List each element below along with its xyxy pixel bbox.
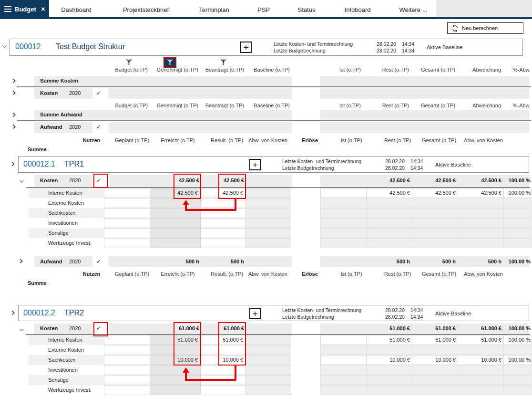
pabw-cell (503, 208, 532, 218)
tab-budget-label: Budget (15, 6, 36, 13)
annotation-box-beantragt (218, 322, 246, 366)
col-header-baseline[interactable]: Baseline (o.TP) (242, 103, 290, 108)
col-header-pabw[interactable]: %-Abw. (483, 67, 531, 73)
col-header-beantragt[interactable]: Beantragt (o.TP) (196, 67, 244, 73)
plus-icon: + (252, 160, 257, 169)
beantragt-cell[interactable] (200, 218, 246, 228)
beantragt-column-filter-icon[interactable] (220, 59, 226, 67)
tpr1-add-budget-row-button[interactable]: + (249, 159, 261, 170)
last-budget-calc-time: 14:34 (402, 48, 414, 53)
col-header-ist[interactable]: Ist (o.TP) (313, 103, 361, 108)
active-baseline-label: Aktive Baseline (427, 44, 462, 50)
beantragt-cell[interactable] (200, 198, 246, 208)
aufwand-row-label: Aufwand (40, 124, 62, 130)
project-collapse-chevron[interactable] (2, 44, 7, 50)
ist-cell (320, 365, 367, 375)
col-header-budget[interactable]: Budget (o.TP) (100, 67, 148, 73)
abweichung-cell (458, 208, 504, 218)
col-header-genehmigt[interactable]: Genehmigt (o.TP) (151, 67, 198, 73)
pabw-cell (503, 198, 532, 208)
abweichung-cell (458, 218, 504, 228)
tpr1-expand-chevron[interactable] (11, 161, 15, 167)
tpr1-aufwand-label: Aufwand (40, 259, 62, 264)
last-budget-calc-label: Letzte Budgetrechnung (282, 314, 334, 320)
tpr1-aufwand-checkbox[interactable]: ✓ (96, 258, 101, 265)
budget-cell[interactable] (104, 345, 150, 355)
kosten-2020-expand-chevron[interactable] (12, 90, 16, 96)
row-band (320, 110, 529, 120)
baseline-cell (246, 198, 291, 208)
budget-cell[interactable] (104, 365, 150, 375)
erloese-header: Erlöse (302, 137, 318, 143)
tab-bar-right-filler (436, 0, 532, 17)
pabw-cell (503, 365, 532, 375)
col-header-ist[interactable]: Ist (o.TP) (313, 67, 361, 73)
erreicht-header: Erreicht (o.TP) (161, 271, 195, 277)
tab-close-icon[interactable]: × (41, 5, 45, 13)
budget-cell[interactable] (104, 188, 150, 198)
tpr1-kosten-collapse-chevron[interactable] (19, 179, 24, 185)
last-cost-calc-date: 28.02.20 (385, 158, 405, 164)
budget-cell[interactable] (104, 385, 150, 395)
last-cost-calc-time: 14:34 (410, 158, 423, 164)
tpr2-expand-chevron[interactable] (11, 310, 15, 316)
tab-weitere[interactable]: Weitere ... (399, 6, 427, 13)
budget-column-filter-icon[interactable] (126, 59, 132, 67)
ist-cell (320, 385, 367, 395)
tab-status[interactable]: Status (298, 6, 316, 13)
tpr2-id: 000012.2 (23, 309, 55, 317)
summe-kosten-expand-chevron[interactable] (12, 78, 16, 84)
tpr2-add-budget-row-button[interactable]: + (249, 308, 261, 319)
aufwand-row-checkbox[interactable]: ✓ (96, 124, 101, 130)
budget-cell[interactable] (104, 238, 150, 248)
genehmigt-column-filter-icon-highlighted[interactable] (164, 57, 176, 68)
abweichung-cell (458, 365, 504, 375)
budget-cell[interactable] (104, 335, 150, 345)
add-budget-row-button[interactable]: + (240, 42, 252, 53)
cost-cat-label: Sonstige (48, 230, 69, 236)
aufwand-2020-expand-chevron[interactable] (12, 124, 16, 130)
ist-header: Ist (o.TP) (340, 137, 362, 143)
col-header-baseline[interactable]: Baseline (o.TP) (242, 67, 290, 73)
tab-projektsteckbrief[interactable]: Projektsteckbrief (123, 6, 169, 13)
abweichung-cell (458, 228, 504, 238)
beantragt-cell[interactable] (200, 228, 246, 238)
col-header-pabw[interactable]: %-Abw. (483, 103, 531, 108)
summe-aufwand-expand-chevron[interactable] (12, 112, 16, 118)
col-header-rest[interactable]: Rest (o.TP) (361, 67, 409, 73)
recalculate-button[interactable]: Neu berechnen (447, 22, 523, 34)
cost-cat-label: Externe Kosten (48, 347, 84, 353)
budget-cell[interactable] (104, 198, 150, 208)
beantragt-cell[interactable] (200, 238, 246, 248)
budget-cell[interactable] (104, 228, 150, 238)
col-header-gesamt[interactable]: Gesamt (o.TP) (408, 67, 455, 73)
budget-cell[interactable] (104, 375, 150, 385)
tab-bar: Budget × Dashboard Projektsteckbrief Ter… (0, 0, 532, 19)
col-header-rest[interactable]: Rest (o.TP) (361, 103, 409, 108)
col-header-gesamt[interactable]: Gesamt (o.TP) (408, 103, 455, 108)
budget-cell[interactable] (104, 355, 150, 365)
beantragt-cell[interactable] (200, 365, 246, 375)
col-header-beantragt[interactable]: Beantragt (o.TP) (196, 103, 244, 108)
col-header-genehmigt[interactable]: Genehmigt (o.TP) (151, 103, 198, 108)
budget-cell[interactable] (104, 208, 150, 218)
kosten-row-checkbox[interactable]: ✓ (96, 90, 101, 96)
last-cost-calc-label: Letzte Kosten- und Terminrechnung (274, 41, 353, 47)
col-header-budget[interactable]: Budget (o.TP) (100, 103, 148, 108)
tab-dashboard[interactable]: Dashboard (61, 6, 92, 13)
budget-cell[interactable] (104, 218, 150, 228)
abweichung-cell (458, 198, 504, 208)
hamburger-menu-icon[interactable] (4, 6, 11, 13)
tab-budget-active[interactable]: Budget × (0, 0, 49, 19)
tab-psp[interactable]: PSP (257, 6, 270, 13)
rest-cell (366, 375, 412, 385)
baseline-cell (246, 238, 291, 248)
tpr2-kosten-collapse-chevron[interactable] (19, 327, 24, 333)
geplant-header: Geplant (o.TP) (115, 271, 149, 277)
tpr1-aufwand-rest: 500 h (362, 259, 410, 264)
tab-infoboard[interactable]: Infoboard (345, 6, 371, 13)
pabw-cell (503, 218, 532, 228)
tpr1-aufwand-expand-chevron[interactable] (19, 259, 23, 265)
tab-terminplan[interactable]: Terminplan (199, 6, 229, 13)
beantragt-cell[interactable] (200, 385, 246, 395)
